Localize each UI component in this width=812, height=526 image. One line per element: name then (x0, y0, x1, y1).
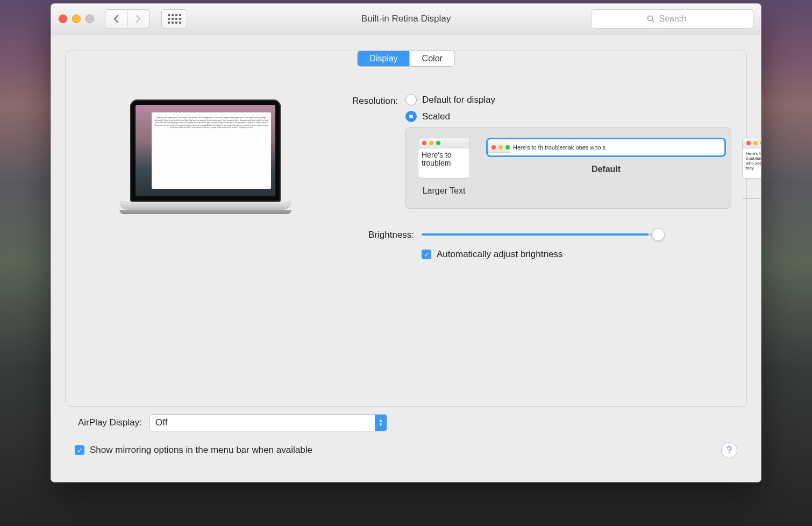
show-all-button[interactable] (161, 9, 187, 29)
forward-button[interactable] (127, 9, 149, 29)
scale-option-larger[interactable]: Here's to troublem Larger Text (418, 138, 470, 196)
radio-icon (405, 111, 417, 122)
chevron-right-icon (135, 15, 141, 23)
scale-range-line (742, 198, 761, 200)
titlebar: Built-in Retina Display (51, 4, 761, 34)
airplay-select[interactable]: Off ▲▼ (149, 414, 387, 431)
airplay-label: AirPlay Display: (78, 417, 142, 428)
scale-option-default[interactable]: Here's to th troublemak ones who s Defau… (486, 138, 726, 174)
search-icon (647, 15, 655, 23)
grid-icon (168, 14, 181, 24)
chevron-left-icon (113, 15, 119, 23)
nav-buttons (105, 9, 149, 29)
preview-document: Here's to the crazy ones. The misfits. T… (152, 112, 271, 189)
back-button[interactable] (105, 9, 127, 29)
close-button[interactable] (59, 15, 67, 23)
checkbox-label: Automatically adjust brightness (437, 249, 562, 260)
auto-brightness-checkbox[interactable]: ✓ Automatically adjust brightness (422, 249, 731, 260)
resolution-default-radio[interactable]: Default for display (405, 94, 731, 105)
tab-group: Display Color (357, 51, 455, 67)
radio-label: Default for display (422, 95, 495, 105)
checkbox-icon: ✓ (422, 250, 431, 259)
brightness-label: Brightness: (339, 228, 422, 240)
radio-label: Scaled (422, 111, 450, 122)
mirroring-checkbox[interactable]: ✓ Show mirroring options in the menu bar… (75, 445, 312, 456)
window-controls (59, 15, 94, 23)
airplay-value: Off (150, 417, 375, 428)
checkbox-icon: ✓ (75, 445, 84, 455)
tab-display[interactable]: Display (358, 51, 409, 66)
display-panel: Display Color Here's to the crazy ones. … (65, 51, 747, 407)
slider-knob[interactable] (652, 228, 665, 241)
tab-color[interactable]: Color (410, 51, 454, 66)
svg-line-1 (652, 20, 654, 22)
zoom-button[interactable] (86, 15, 94, 23)
display-preview: Here's to the crazy ones. The misfits. T… (119, 99, 291, 214)
minimize-button[interactable] (72, 15, 81, 23)
help-button[interactable]: ? (721, 442, 737, 458)
resolution-scaled-radio[interactable]: Scaled (405, 111, 731, 122)
preferences-window: Built-in Retina Display Display Color He… (51, 3, 761, 482)
search-input[interactable] (658, 13, 698, 24)
updown-icon: ▲▼ (375, 415, 387, 431)
checkbox-label: Show mirroring options in the menu bar w… (90, 445, 312, 456)
brightness-slider[interactable] (422, 233, 658, 236)
search-field[interactable] (591, 9, 753, 29)
scaled-options: Here's to troublem Larger Text Here's to… (405, 127, 731, 209)
scale-option-more-1[interactable]: Here's to the cr troublemakers. ones who… (742, 138, 761, 200)
resolution-label: Resolution: (339, 94, 405, 106)
radio-icon (405, 94, 417, 105)
